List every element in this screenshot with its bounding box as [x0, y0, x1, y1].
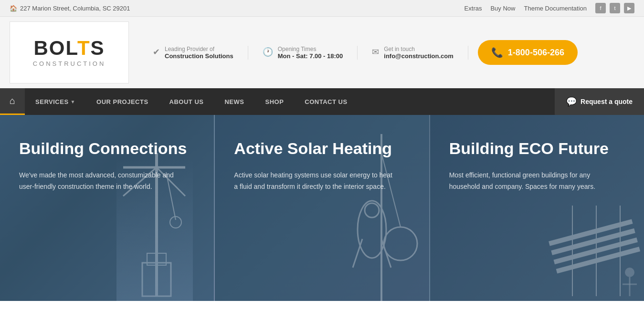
nav-our-projects[interactable]: OUR PROJECTS [86, 88, 159, 115]
nav-home-button[interactable]: ⌂ [0, 88, 25, 115]
phone-button[interactable]: 📞 1-800-506-266 [478, 40, 578, 65]
buy-now-link[interactable]: Buy Now [490, 5, 515, 12]
check-icon: ✔ [153, 47, 160, 57]
hero-content-3: Building ECO Future Most efficient, func… [449, 139, 625, 192]
theme-docs-link[interactable]: Theme Documentation [524, 5, 587, 12]
hero-section: Building Connections We've made the most… [0, 115, 644, 301]
request-quote-button[interactable]: 💬 Request a quote [555, 88, 644, 115]
hero-desc-3: Most efficient, functional green buildin… [449, 170, 612, 193]
contact-text: Get in touch info@construction.com [384, 46, 454, 60]
provider-info: ✔ Leading Provider of Construction Solut… [138, 46, 248, 60]
opening-value: Mon - Sat: 7.00 - 18:00 [278, 52, 343, 60]
home-icon: 🏠 [10, 5, 17, 12]
youtube-icon[interactable]: ▶ [624, 3, 634, 13]
mail-icon: ✉ [372, 47, 379, 57]
provider-label: Leading Provider of [165, 46, 233, 52]
nav-shop[interactable]: SHOP [254, 88, 294, 115]
hero-content-2: Active Solar Heating Active solar heatin… [234, 139, 410, 192]
nav-services[interactable]: SERVICES ▼ [25, 88, 86, 115]
provider-text: Leading Provider of Construction Solutio… [165, 46, 233, 60]
social-links: f t ▶ [595, 3, 634, 13]
header-info: ✔ Leading Provider of Construction Solut… [138, 40, 634, 65]
hero-desc-1: We've made the most advanced, constumiza… [19, 170, 181, 193]
svg-line-12 [353, 239, 362, 268]
top-bar: 🏠 227 Marion Street, Columbia, SC 29201 … [0, 0, 644, 17]
top-bar-right: Extras Buy Now Theme Documentation f t ▶ [465, 3, 634, 13]
opening-times-info: 🕐 Opening Times Mon - Sat: 7.00 - 18:00 [248, 46, 358, 60]
svg-point-11 [365, 203, 379, 217]
opening-times-text: Opening Times Mon - Sat: 7.00 - 18:00 [278, 46, 343, 60]
nav-items: SERVICES ▼ OUR PROJECTS ABOUT US NEWS SH… [25, 88, 555, 115]
contact-value: info@construction.com [384, 52, 454, 60]
contact-info: ✉ Get in touch info@construction.com [358, 46, 468, 60]
hero-panel-3: Building ECO Future Most efficient, func… [430, 115, 644, 301]
hero-title-3: Building ECO Future [449, 139, 625, 158]
hero-title-1: Building Connections [19, 139, 195, 158]
nav-contact-us[interactable]: CONTACT US [294, 88, 358, 115]
nav-about-us[interactable]: ABOUT US [159, 88, 214, 115]
twitter-icon[interactable]: t [610, 3, 620, 13]
hero-desc-2: Active solar heating systems use solar e… [234, 170, 396, 193]
facebook-icon[interactable]: f [595, 3, 606, 13]
logo-subtitle: CONSTRUCTION [33, 60, 106, 67]
hero-title-2: Active Solar Heating [234, 139, 410, 158]
logo-bol: BOL [33, 37, 77, 59]
extras-link[interactable]: Extras [465, 5, 482, 12]
logo-text: BOLTS [33, 38, 105, 58]
svg-rect-5 [142, 263, 171, 296]
logo-box[interactable]: BOLTS CONSTRUCTION [10, 21, 129, 83]
opening-label: Opening Times [278, 46, 343, 52]
phone-number: 1-800-506-266 [508, 48, 564, 58]
hero-panel-1: Building Connections We've made the most… [0, 115, 214, 301]
quote-bubble-icon: 💬 [566, 96, 577, 107]
services-arrow: ▼ [71, 99, 75, 104]
quote-label: Request a quote [581, 98, 633, 105]
nav-bar: ⌂ SERVICES ▼ OUR PROJECTS ABOUT US NEWS … [0, 88, 644, 115]
provider-value: Construction Solutions [165, 52, 233, 60]
logo-t: T [77, 37, 91, 59]
contact-label: Get in touch [384, 46, 454, 52]
hero-content-1: Building Connections We've made the most… [19, 139, 195, 192]
svg-point-14 [384, 227, 417, 260]
svg-point-23 [625, 268, 634, 277]
nav-news[interactable]: NEWS [214, 88, 254, 115]
svg-rect-6 [147, 253, 166, 265]
svg-point-8 [170, 217, 181, 228]
header: BOLTS CONSTRUCTION ✔ Leading Provider of… [0, 17, 644, 88]
address-text: 227 Marion Street, Columbia, SC 29201 [20, 5, 130, 12]
house-icon: ⌂ [10, 95, 15, 106]
hero-panel-2: Active Solar Heating Active solar heatin… [214, 115, 430, 301]
address-section: 🏠 227 Marion Street, Columbia, SC 29201 [10, 5, 130, 12]
logo-s: S [91, 37, 105, 59]
clock-icon: 🕐 [263, 47, 273, 57]
phone-icon: 📞 [491, 47, 503, 58]
